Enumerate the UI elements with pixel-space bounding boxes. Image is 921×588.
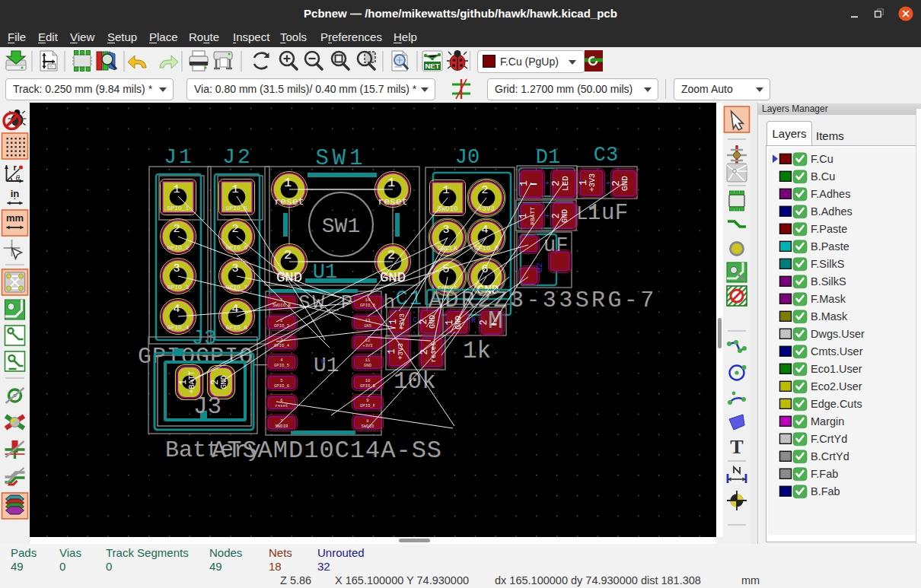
- svg-text:B.SilkS: B.SilkS: [811, 275, 846, 288]
- svg-text:mm: mm: [6, 212, 24, 224]
- svg-text:J3: J3: [193, 393, 221, 420]
- svg-text:SW1: SW1: [315, 146, 366, 171]
- svg-text:2: 2: [387, 248, 395, 262]
- svg-text:GND: GND: [620, 176, 629, 191]
- svg-text:1: 1: [173, 183, 180, 196]
- svg-text:+3V3: +3V3: [478, 205, 495, 213]
- svg-text:11: 11: [365, 358, 371, 363]
- svg-text:in: in: [11, 188, 20, 199]
- svg-text:F.CrtYd: F.CrtYd: [811, 433, 847, 445]
- svg-text:GPIO_5: GPIO_5: [360, 303, 375, 308]
- svg-text:B.Fab: B.Fab: [811, 485, 840, 497]
- svg-text:F.Mask: F.Mask: [811, 293, 846, 305]
- svg-text:GPIO_6: GPIO_6: [274, 383, 289, 389]
- svg-text:GND: GND: [220, 375, 228, 389]
- svg-text:1: 1: [442, 184, 449, 197]
- svg-text:GPIO_2: GPIO_2: [167, 244, 190, 251]
- svg-text:B.Paste: B.Paste: [811, 240, 849, 253]
- svg-text:J1: J1: [164, 145, 194, 169]
- svg-text:GPIO_4: GPIO_4: [274, 343, 290, 348]
- svg-text:R: R: [471, 316, 476, 325]
- svg-text:U2: U2: [535, 262, 544, 272]
- svg-text:C3: C3: [594, 144, 618, 167]
- svg-text:Edge.Cuts: Edge.Cuts: [811, 398, 862, 410]
- svg-text:F.Paste: F.Paste: [811, 223, 847, 235]
- svg-text:10: 10: [365, 378, 371, 383]
- svg-text:uF: uF: [543, 234, 568, 257]
- svg-text:F.Adhes: F.Adhes: [811, 188, 850, 200]
- svg-text:3: 3: [231, 262, 238, 275]
- svg-text:1: 1: [518, 213, 529, 218]
- svg-text:2: 2: [173, 223, 180, 236]
- svg-text:1: 1: [231, 183, 238, 196]
- svg-text:1N5: 1N5: [364, 323, 371, 329]
- svg-text:Dwgs.User: Dwgs.User: [811, 328, 865, 340]
- svg-text:GPIO_1: GPIO_1: [167, 205, 190, 211]
- svg-text:GPIO_8: GPIO_8: [226, 324, 248, 331]
- svg-text:Margin: Margin: [811, 415, 844, 427]
- svg-text:r: r: [14, 163, 18, 172]
- svg-text:ATSAMD10C14A-SS: ATSAMD10C14A-SS: [212, 437, 442, 465]
- svg-text:u: u: [320, 358, 324, 365]
- svg-text:T: T: [730, 436, 743, 458]
- svg-text:▌: ▌: [531, 182, 537, 185]
- svg-text:10k: 10k: [394, 368, 436, 395]
- svg-text:J2: J2: [222, 145, 253, 169]
- svg-text:+: +: [545, 180, 550, 188]
- svg-text:C: C: [413, 316, 417, 324]
- svg-text:GPIO_4: GPIO_4: [167, 324, 190, 331]
- svg-text:SW_Push: SW_Push: [298, 291, 397, 314]
- svg-text:SW1: SW1: [322, 215, 360, 238]
- svg-text:GPIO_0: GPIO_0: [474, 245, 499, 253]
- svg-text:1: 1: [388, 319, 399, 324]
- svg-text:4: 4: [481, 224, 488, 237]
- svg-text:8: 8: [366, 418, 368, 424]
- svg-text:1: 1: [387, 348, 397, 354]
- svg-text:U1: U1: [313, 261, 337, 284]
- svg-text:1uF: 1uF: [588, 201, 629, 226]
- svg-text:GPIO_3: GPIO_3: [167, 284, 190, 291]
- svg-text:Cmts.User: Cmts.User: [811, 345, 863, 358]
- svg-text:+: +: [545, 212, 550, 221]
- svg-text:Eco1.User: Eco1.User: [811, 363, 862, 375]
- svg-text:GPIO_5: GPIO_5: [226, 205, 248, 211]
- svg-text:4: 4: [231, 303, 238, 316]
- svg-text:+3V3: +3V3: [362, 343, 372, 348]
- svg-text:B.CrtYd: B.CrtYd: [811, 450, 849, 462]
- svg-text:GPIO_5: GPIO_5: [274, 363, 289, 368]
- svg-text:GPIO_7: GPIO_7: [226, 284, 248, 291]
- svg-text:2: 2: [481, 184, 488, 197]
- svg-text:5: 5: [280, 378, 282, 383]
- svg-text:1: 1: [387, 176, 395, 190]
- svg-text:2: 2: [551, 213, 562, 218]
- svg-text:+3V3: +3V3: [397, 343, 405, 360]
- svg-text:2: 2: [284, 248, 292, 262]
- svg-text:F.SilkS: F.SilkS: [811, 258, 844, 270]
- svg-text:Eco2.User: Eco2.User: [811, 380, 862, 393]
- svg-text:2: 2: [419, 319, 429, 324]
- svg-text:2: 2: [550, 180, 562, 186]
- svg-text:2: 2: [210, 380, 221, 385]
- svg-text:U1: U1: [314, 354, 339, 377]
- svg-text:SWDIO_B: SWDIO_B: [272, 303, 291, 308]
- svg-text:+BATT: +BATT: [188, 370, 196, 393]
- svg-text:2: 2: [231, 223, 238, 236]
- svg-text:3: 3: [442, 224, 449, 237]
- svg-text:B.Adhes: B.Adhes: [811, 205, 852, 218]
- svg-text:1: 1: [578, 180, 589, 186]
- svg-text:θ: θ: [16, 173, 21, 182]
- svg-text:+: +: [606, 180, 610, 188]
- svg-text:3: 3: [173, 262, 180, 275]
- svg-text:LED: LED: [561, 176, 570, 191]
- svg-text:GND: GND: [364, 363, 372, 368]
- svg-text:reset: reset: [276, 403, 288, 408]
- svg-text:GPIO_F: GPIO_F: [360, 403, 375, 408]
- svg-text:9: 9: [366, 398, 368, 403]
- svg-text:reset: reset: [378, 196, 407, 208]
- svg-text:reset: reset: [274, 196, 304, 208]
- svg-text:1k: 1k: [463, 338, 491, 364]
- svg-text:F.Cu: F.Cu: [811, 153, 833, 165]
- svg-text:GND: GND: [380, 269, 406, 286]
- svg-text:B.Cu: B.Cu: [811, 170, 835, 183]
- svg-text:B.Mask: B.Mask: [811, 310, 848, 323]
